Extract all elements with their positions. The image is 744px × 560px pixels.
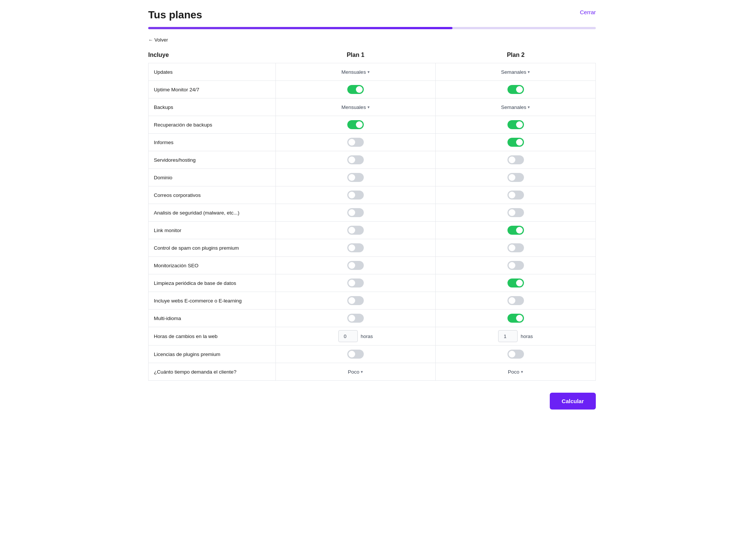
page-header: Tus planes Cerrar (148, 9, 596, 21)
feature-label: Backups (149, 98, 276, 116)
page-title: Tus planes (148, 9, 202, 21)
table-row: Servidores/hosting (148, 151, 596, 168)
toggle[interactable] (347, 191, 364, 200)
feature-label: Dominio (149, 169, 276, 186)
table-row: Control de spam con plugins premium (148, 239, 596, 256)
chevron-down-icon: ▾ (368, 105, 370, 110)
col-plan2: Plan 2 (436, 49, 596, 61)
toggle[interactable] (347, 350, 364, 359)
toggle[interactable] (347, 296, 364, 305)
table-row: Informes (148, 133, 596, 151)
toggle[interactable] (507, 350, 524, 359)
plan-cell (276, 204, 436, 221)
col-incluye: Incluye (148, 49, 275, 61)
toggle[interactable] (347, 261, 364, 270)
toggle[interactable] (507, 138, 524, 147)
toggle[interactable] (347, 226, 364, 235)
toggle[interactable] (347, 173, 364, 182)
hours-input[interactable] (338, 330, 358, 342)
toggle[interactable] (347, 138, 364, 147)
plan-cell (436, 239, 595, 256)
toggle[interactable] (347, 279, 364, 287)
table-row: Multi-idioma (148, 309, 596, 327)
toggle[interactable] (347, 85, 364, 94)
plan-cell (436, 134, 595, 151)
plan-cell (276, 116, 436, 133)
table-row: Uptime Monitor 24/7 (148, 80, 596, 98)
feature-label: Analisis de seguridad (malware, etc...) (149, 204, 276, 221)
feature-label: Limpieza periódica de base de datos (149, 274, 276, 292)
chevron-down-icon: ▾ (521, 369, 523, 374)
toggle[interactable] (507, 226, 524, 235)
calcular-button[interactable]: Calcular (550, 393, 596, 410)
plan-cell: horas (276, 327, 436, 345)
plan-cell (276, 186, 436, 204)
table-row: ¿Cuánto tiempo demanda el cliente?Poco▾P… (148, 363, 596, 381)
table-row: Link monitor (148, 221, 596, 239)
toggle[interactable] (507, 314, 524, 323)
toggle[interactable] (507, 155, 524, 164)
toggle[interactable] (507, 279, 524, 287)
table-row: Recuperación de backups (148, 116, 596, 133)
progress-bar-wrapper (148, 27, 596, 29)
toggle[interactable] (507, 208, 524, 217)
feature-label: Informes (149, 134, 276, 151)
plan-cell (276, 169, 436, 186)
feature-label: Correos corporativos (149, 186, 276, 204)
toggle[interactable] (507, 173, 524, 182)
plan-cell (276, 81, 436, 98)
plan-cell (276, 257, 436, 274)
toggle[interactable] (347, 208, 364, 217)
plan-cell (436, 151, 595, 168)
plan-cell (436, 186, 595, 204)
plan-cell (276, 346, 436, 363)
table-row: Limpieza periódica de base de datos (148, 274, 596, 292)
plan-cell (276, 239, 436, 256)
feature-label: Incluye webs E-commerce o E-learning (149, 292, 276, 309)
dropdown[interactable]: Mensuales▾ (341, 104, 369, 110)
feature-label: Licencias de plugins premium (149, 346, 276, 363)
plan-cell (276, 310, 436, 327)
toggle[interactable] (507, 85, 524, 94)
table-row: Horas de cambios en la webhorashoras (148, 327, 596, 345)
dropdown[interactable]: Semanales▾ (501, 104, 530, 110)
dropdown[interactable]: Poco▾ (348, 369, 363, 375)
rows-container: UpdatesMensuales▾Semanales▾Uptime Monito… (148, 63, 596, 381)
plan-cell (436, 274, 595, 292)
plan-cell: Poco▾ (436, 363, 595, 380)
feature-label: ¿Cuánto tiempo demanda el cliente? (149, 363, 276, 380)
progress-bar-fill (148, 27, 452, 29)
plan-cell (436, 310, 595, 327)
feature-label: Control de spam con plugins premium (149, 239, 276, 256)
dropdown[interactable]: Poco▾ (508, 369, 523, 375)
chevron-down-icon: ▾ (528, 70, 530, 74)
table-row: UpdatesMensuales▾Semanales▾ (148, 63, 596, 80)
dropdown[interactable]: Semanales▾ (501, 69, 530, 75)
toggle[interactable] (507, 261, 524, 270)
table-row: BackupsMensuales▾Semanales▾ (148, 98, 596, 116)
dropdown[interactable]: Mensuales▾ (341, 69, 369, 75)
toggle[interactable] (507, 243, 524, 252)
feature-label: Uptime Monitor 24/7 (149, 81, 276, 98)
toggle[interactable] (507, 296, 524, 305)
plan-cell (436, 169, 595, 186)
plan-cell (276, 274, 436, 292)
toggle[interactable] (347, 243, 364, 252)
toggle[interactable] (347, 314, 364, 323)
toggle[interactable] (347, 120, 364, 129)
cerrar-button[interactable]: Cerrar (580, 9, 596, 15)
feature-label: Horas de cambios en la web (149, 328, 276, 345)
toggle[interactable] (507, 191, 524, 200)
progress-bar-track (148, 27, 596, 29)
plan-cell (436, 81, 595, 98)
toggle[interactable] (507, 120, 524, 129)
toggle[interactable] (347, 155, 364, 164)
hours-label: horas (361, 334, 373, 339)
feature-label: Updates (149, 63, 276, 80)
hours-input[interactable] (498, 330, 518, 342)
back-link[interactable]: ← Volver (148, 37, 168, 43)
table-row: Incluye webs E-commerce o E-learning (148, 292, 596, 309)
feature-label: Recuperación de backups (149, 116, 276, 133)
plan-cell (276, 292, 436, 309)
chevron-down-icon: ▾ (368, 70, 370, 74)
